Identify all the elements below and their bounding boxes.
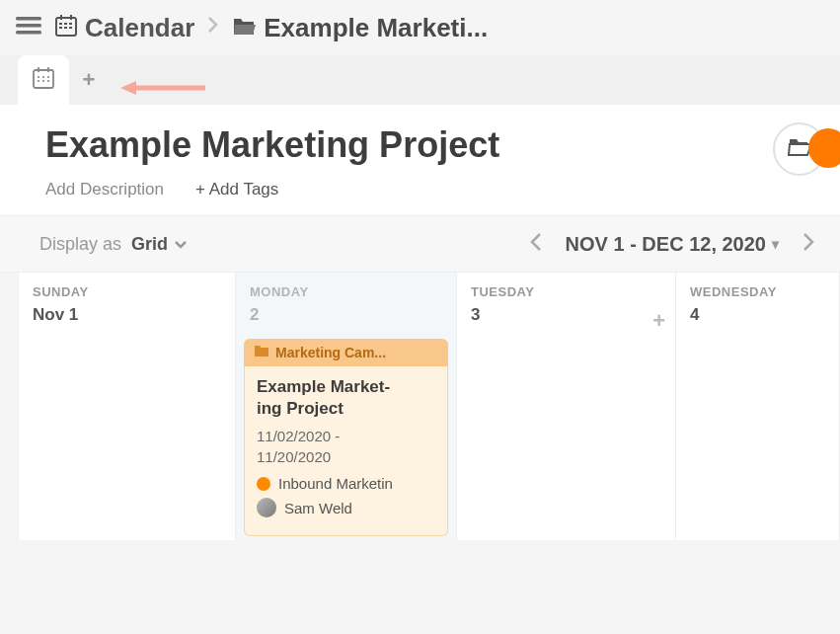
svg-point-15 xyxy=(38,76,39,78)
display-mode-control: Display as Grid xyxy=(39,234,188,255)
day-date: 2 xyxy=(236,305,456,335)
date-range-text: NOV 1 - DEC 12, 2020 xyxy=(566,233,766,256)
event-category-row: Inbound Marketin xyxy=(257,475,435,492)
day-label: MONDAY xyxy=(236,273,456,305)
day-label: SUNDAY xyxy=(19,273,235,305)
svg-point-19 xyxy=(42,80,44,82)
display-mode-dropdown[interactable]: Grid xyxy=(131,234,188,255)
event-tag-label: Marketing Cam... xyxy=(275,345,386,360)
add-tags-button[interactable]: + Add Tags xyxy=(195,180,278,199)
svg-point-17 xyxy=(47,76,49,78)
caret-down-icon: ▾ xyxy=(772,236,779,252)
svg-rect-2 xyxy=(16,31,41,35)
arrow-annotation-icon xyxy=(118,79,207,101)
svg-rect-12 xyxy=(34,70,53,88)
event-tag[interactable]: Marketing Cam... xyxy=(244,339,448,366)
day-label: TUESDAY xyxy=(457,273,675,305)
event-assignee-row: Sam Weld xyxy=(257,498,435,517)
breadcrumb-folder-item[interactable]: Example Marketi... xyxy=(232,13,488,43)
svg-rect-6 xyxy=(59,23,62,25)
day-column-sunday: SUNDAY Nov 1 xyxy=(19,273,236,540)
event-dates: 11/02/2020 - 11/20/2020 xyxy=(257,426,435,467)
hamburger-menu-icon[interactable] xyxy=(16,15,41,40)
event-title-line2: ing Project xyxy=(257,399,344,418)
display-value-text: Grid xyxy=(131,234,168,255)
folder-icon xyxy=(232,13,256,43)
next-period-button[interactable] xyxy=(801,230,816,258)
calendar-icon xyxy=(33,67,54,93)
event-title: Example Market- ing Project xyxy=(257,376,435,420)
breadcrumb-calendar-label: Calendar xyxy=(85,13,194,43)
day-column-tuesday: TUESDAY 3 + xyxy=(457,273,676,540)
day-date: Nov 1 xyxy=(19,305,235,335)
day-column-monday: MONDAY 2 Marketing Cam... Example Market… xyxy=(236,273,457,540)
chevron-right-icon xyxy=(206,15,220,40)
category-dot-icon xyxy=(257,477,270,491)
day-date: 4 xyxy=(676,305,839,335)
event-assignee-label: Sam Weld xyxy=(284,500,352,516)
event-date-start: 11/02/2020 - xyxy=(257,428,340,444)
event-date-end: 11/20/2020 xyxy=(257,448,331,465)
svg-rect-7 xyxy=(64,23,67,25)
date-range-dropdown[interactable]: NOV 1 - DEC 12, 2020 ▾ xyxy=(566,233,779,256)
avatar-icon xyxy=(257,498,276,517)
breadcrumb: Calendar Example Marketi... xyxy=(55,13,488,43)
calendar-icon xyxy=(55,13,77,43)
svg-point-18 xyxy=(38,80,39,82)
svg-marker-22 xyxy=(120,81,136,95)
event-category-label: Inbound Marketin xyxy=(278,475,393,492)
day-column-wednesday: WEDNESDAY 4 xyxy=(676,273,840,540)
day-label: WEDNESDAY xyxy=(676,273,839,305)
svg-point-20 xyxy=(47,80,49,82)
event-title-line1: Example Market- xyxy=(257,377,390,396)
svg-rect-8 xyxy=(69,23,72,25)
svg-rect-9 xyxy=(59,27,62,29)
svg-rect-10 xyxy=(64,27,67,29)
svg-rect-11 xyxy=(69,27,72,29)
display-label: Display as xyxy=(39,234,121,255)
chevron-down-icon xyxy=(174,234,188,255)
event-card[interactable]: Example Market- ing Project 11/02/2020 -… xyxy=(244,366,448,536)
add-event-button[interactable]: + xyxy=(652,308,665,334)
tab-calendar[interactable] xyxy=(18,55,69,105)
accent-circle-icon xyxy=(808,128,840,168)
svg-rect-1 xyxy=(16,24,41,28)
prev-period-button[interactable] xyxy=(528,230,544,258)
page-title: Example Marketing Project xyxy=(45,124,810,166)
add-tab-button[interactable]: + xyxy=(69,60,109,100)
breadcrumb-folder-label: Example Marketi... xyxy=(264,13,488,43)
day-date: 3 xyxy=(457,305,675,335)
breadcrumb-calendar[interactable]: Calendar xyxy=(55,13,194,43)
svg-rect-0 xyxy=(16,17,41,21)
folder-icon xyxy=(254,345,269,360)
add-description-button[interactable]: Add Description xyxy=(45,180,164,199)
svg-point-16 xyxy=(42,76,44,78)
